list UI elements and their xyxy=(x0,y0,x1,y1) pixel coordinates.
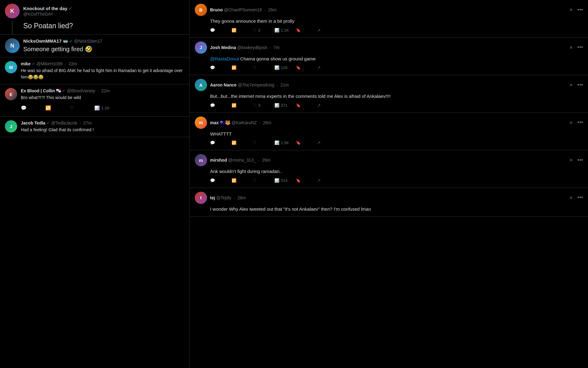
avatar-letter: E xyxy=(9,92,13,97)
like-button[interactable]: ♡ xyxy=(253,139,274,146)
bookmark-icon: 🔖 xyxy=(296,140,301,145)
josh-tweet-card: J Josh Medina @lowkeydbjosh · 7m ✕ ••• @… xyxy=(190,38,588,75)
mute-icon: ✕ xyxy=(569,7,573,12)
bookmark-button[interactable]: 🔖 xyxy=(296,27,317,34)
more-icon[interactable]: ••• xyxy=(577,194,583,201)
tej-tweet-card: t tej @Tejiify · 26m ✕ ••• I wonder Why … xyxy=(190,188,588,217)
user-info: Aaron Nance @7he7empestKing · 21m xyxy=(210,82,566,88)
retweet-button[interactable]: 🔁 xyxy=(232,102,253,109)
verified-icon: ✓ xyxy=(69,39,73,44)
username: max 🇦🇺🐯 xyxy=(210,120,230,125)
views-button[interactable]: 📊 126 xyxy=(274,64,296,71)
glasses-emoji: 🥽 xyxy=(63,39,68,44)
avatar-letter: J xyxy=(10,124,12,129)
tweet-time: 7m xyxy=(273,45,279,50)
bookmark-button[interactable]: 🔖 xyxy=(296,102,317,109)
avatar: m xyxy=(195,154,207,166)
reply-button[interactable]: 💬 xyxy=(21,103,45,113)
share-button[interactable]: ↗ xyxy=(317,64,339,71)
nicks-tweet-card: N NicksOwnMMA17 🥽 ✓ @NickS0wn17 Someone … xyxy=(0,35,190,57)
tweet-text: Someone getting fired 🤣 xyxy=(23,45,185,53)
user-info: max 🇦🇺🐯 @KaiKaraNZ · 26m xyxy=(210,120,566,125)
share-button[interactable]: ↗ xyxy=(317,102,339,109)
tweet-time: 21m xyxy=(281,82,289,87)
retweet-button[interactable]: 🔁 xyxy=(232,64,253,71)
tweet-text: WHATTTT xyxy=(195,131,583,138)
more-icon[interactable]: ••• xyxy=(577,44,583,51)
tweet-meta: ✕ ••• xyxy=(569,82,583,88)
like-button[interactable]: ♡ 2 xyxy=(253,27,274,34)
share-button[interactable]: ↗ xyxy=(317,139,339,146)
aaron-tweet-card: A Aaron Nance @7he7empestKing · 21m ✕ ••… xyxy=(190,75,588,113)
reply-button[interactable]: 💬 xyxy=(210,177,232,184)
views-icon: 📊 xyxy=(274,140,279,145)
retweet-button[interactable]: 🔁 xyxy=(232,139,253,146)
like-icon: ♡ xyxy=(253,140,257,145)
tweet-time: 27m xyxy=(83,121,92,125)
username: mike xyxy=(21,61,31,66)
reply-button[interactable]: 💬 xyxy=(210,64,232,71)
retweet-button[interactable]: 🔁 xyxy=(45,103,70,113)
username: Aaron Nance xyxy=(210,82,236,87)
like-button[interactable]: ♡ 3 xyxy=(253,102,274,109)
bookmark-button[interactable]: 🔖 xyxy=(296,139,317,146)
username: mirshod xyxy=(210,158,227,163)
retweet-icon: 🔁 xyxy=(45,105,51,111)
more-icon[interactable]: ••• xyxy=(577,82,583,88)
user-handle: @BloodVariety xyxy=(67,88,95,93)
like-button[interactable]: ♡ xyxy=(70,103,94,113)
bookmark-button[interactable]: 🔖 xyxy=(296,64,317,71)
views-button[interactable]: 📊 1.5K xyxy=(274,139,296,146)
bruno-tweet-card: B Bruno @ChaelPSonnen18 · 26m ✕ ••• They… xyxy=(190,0,588,38)
share-icon: ↗ xyxy=(317,28,321,33)
mike-tweet-card: M mike ✓ @MikeH1099 · 22m He was so afra… xyxy=(0,57,190,84)
avatar-letter: t xyxy=(200,195,202,200)
views-count: 1.1K xyxy=(281,28,289,33)
like-button[interactable]: ♡ xyxy=(253,64,274,71)
tweet-actions: 💬 🔁 ♡ 📊 1.5K 🔖 ↗ xyxy=(195,139,583,146)
tweet-text: So Poatan lied? xyxy=(23,21,73,31)
share-button[interactable]: ↗ xyxy=(317,27,339,34)
avatar: E xyxy=(5,88,17,100)
more-icon[interactable]: ••• xyxy=(577,157,583,163)
avatar: K xyxy=(5,4,20,18)
username: tej xyxy=(210,195,215,200)
tweet-text: He was so afraid of BIG ANK he had to fi… xyxy=(21,67,185,80)
reply-button[interactable]: 💬 xyxy=(210,102,232,109)
like-icon: ♡ xyxy=(253,65,257,70)
more-icon[interactable]: ••• xyxy=(577,7,583,13)
retweet-button[interactable]: 🔁 xyxy=(232,177,253,184)
max-tweet-card: m max 🇦🇺🐯 @KaiKaraNZ · 26m ✕ ••• WHATTTT… xyxy=(190,113,588,151)
share-icon: ↗ xyxy=(317,65,321,70)
tweet-time: 22m xyxy=(101,88,110,93)
tweet-text: Had a feeling! Glad that its confirmed ! xyxy=(21,127,185,133)
reply-button[interactable]: 💬 xyxy=(210,27,232,34)
views-button[interactable]: 📊 1.1K xyxy=(274,27,296,34)
avatar-letter: m xyxy=(199,158,203,163)
retweet-button[interactable]: 🔁 xyxy=(232,27,253,34)
tweet-text: They gonna announce them in a bit prolly xyxy=(195,18,583,25)
username: Josh Medina xyxy=(210,45,236,50)
share-button[interactable]: ↗ xyxy=(317,177,339,184)
like-button[interactable]: ♡ xyxy=(253,177,274,184)
user-handle: @7he7empestKing xyxy=(238,82,274,87)
avatar: N xyxy=(5,38,20,53)
share-icon: ↗ xyxy=(317,140,321,145)
user-handle: @NickS0wn17 xyxy=(74,39,102,44)
avatar: A xyxy=(195,79,207,91)
more-icon[interactable]: ••• xyxy=(577,119,583,126)
bookmark-icon: 🔖 xyxy=(296,28,301,33)
tweet-actions: 💬 🔁 ♡ 📊 1.2K xyxy=(21,103,185,113)
left-panel: K Knockout of the day ✓ @KOofTheDAY So P… xyxy=(0,0,190,368)
like-count: 2 xyxy=(258,28,260,33)
mute-icon: ✕ xyxy=(569,82,573,87)
bookmark-icon: 🔖 xyxy=(296,178,301,183)
views-button[interactable]: 📊 1.2K xyxy=(94,104,119,112)
views-button[interactable]: 📊 514 xyxy=(274,177,296,184)
mention[interactable]: @RastaDonut xyxy=(210,56,239,61)
views-count: 1.2K xyxy=(101,106,110,110)
reply-button[interactable]: 💬 xyxy=(210,139,232,146)
user-info: mirshod @misha_313_ · 26m xyxy=(210,158,566,163)
views-button[interactable]: 📊 371 xyxy=(274,102,296,109)
bookmark-button[interactable]: 🔖 xyxy=(296,177,317,184)
